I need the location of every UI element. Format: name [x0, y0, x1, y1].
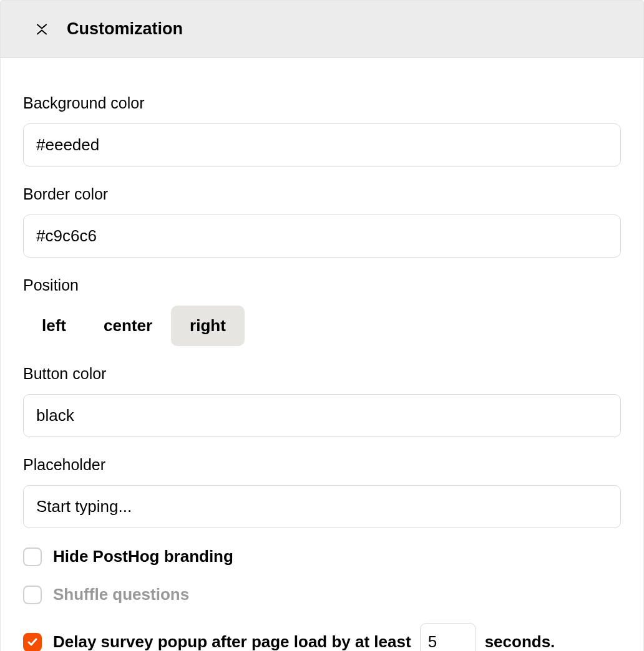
position-button-group: left center right — [23, 306, 621, 346]
background-color-label: Background color — [23, 94, 621, 112]
placeholder-field: Placeholder — [23, 456, 621, 528]
delay-popup-row: Delay survey popup after page load by at… — [23, 623, 621, 651]
position-center-button[interactable]: center — [85, 306, 171, 346]
hide-branding-label: Hide PostHog branding — [53, 547, 233, 566]
delay-popup-label-suffix: seconds. — [485, 632, 555, 651]
shuffle-questions-label: Shuffle questions — [53, 585, 189, 604]
shuffle-questions-checkbox[interactable] — [23, 586, 42, 604]
placeholder-label: Placeholder — [23, 456, 621, 474]
button-color-label: Button color — [23, 365, 621, 383]
panel-body: Background color Border color Position l… — [1, 58, 643, 651]
panel-header[interactable]: Customization — [1, 1, 643, 58]
customization-panel: Customization Background color Border co… — [0, 0, 644, 651]
button-color-field: Button color — [23, 365, 621, 437]
collapse-icon — [34, 22, 49, 37]
hide-branding-checkbox[interactable] — [23, 547, 42, 566]
position-label: Position — [23, 276, 621, 294]
hide-branding-row: Hide PostHog branding — [23, 547, 621, 566]
border-color-field: Border color — [23, 185, 621, 258]
delay-popup-label-prefix: Delay survey popup after page load by at… — [53, 632, 411, 651]
delay-popup-inline: Delay survey popup after page load by at… — [53, 623, 555, 651]
background-color-field: Background color — [23, 94, 621, 166]
button-color-input[interactable] — [23, 394, 621, 437]
position-left-button[interactable]: left — [23, 306, 85, 346]
position-right-button[interactable]: right — [171, 306, 245, 346]
delay-popup-seconds-input[interactable] — [420, 623, 476, 651]
background-color-input[interactable] — [23, 123, 621, 166]
placeholder-input[interactable] — [23, 485, 621, 528]
panel-title: Customization — [67, 19, 183, 39]
position-field: Position left center right — [23, 276, 621, 346]
border-color-label: Border color — [23, 185, 621, 203]
border-color-input[interactable] — [23, 215, 621, 258]
delay-popup-checkbox[interactable] — [23, 633, 42, 652]
shuffle-questions-row: Shuffle questions — [23, 585, 621, 604]
